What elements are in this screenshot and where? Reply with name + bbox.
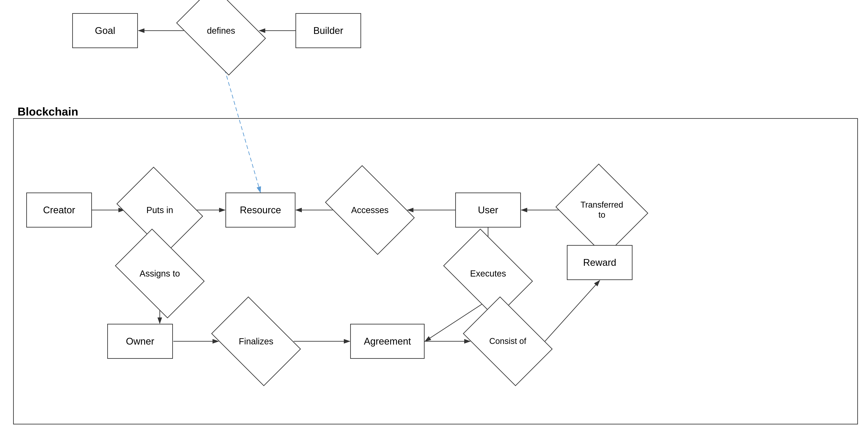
user-node: User	[455, 192, 521, 227]
goal-node: Goal	[72, 13, 138, 48]
blockchain-label: Blockchain	[18, 105, 78, 118]
puts-in-node: Puts in	[125, 184, 195, 236]
finalizes-node: Finalizes	[219, 315, 293, 368]
agreement-node: Agreement	[350, 324, 425, 359]
creator-node: Creator	[26, 192, 92, 227]
builder-node: Builder	[296, 13, 361, 48]
accesses-node: Accesses	[333, 184, 407, 236]
resource-node: Resource	[225, 192, 296, 227]
diagram-container: Goal Builder defines Blockchain Creator …	[0, 0, 868, 438]
executes-node: Executes	[451, 247, 525, 300]
reward-node: Reward	[567, 245, 632, 280]
assigns-to-node: Assigns to	[123, 247, 197, 300]
owner-node: Owner	[107, 324, 173, 359]
consist-of-node: Consist of	[470, 315, 545, 368]
transferred-to-node: Transferredto	[567, 179, 637, 241]
defines-node: defines	[184, 4, 258, 57]
